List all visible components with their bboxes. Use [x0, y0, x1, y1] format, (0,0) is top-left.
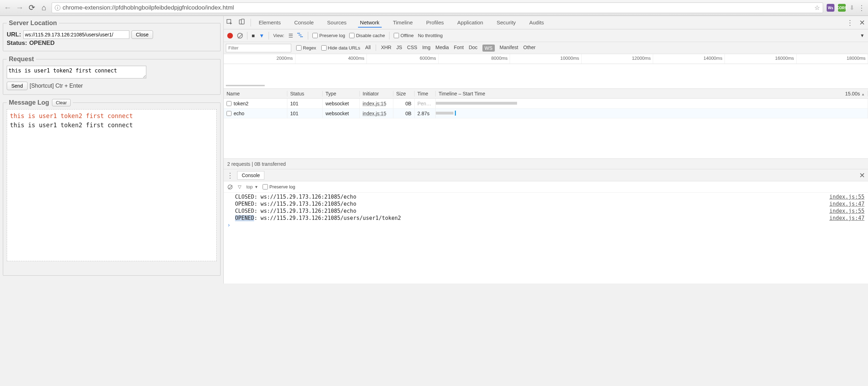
col-status[interactable]: Status — [287, 91, 323, 96]
inspect-element-icon[interactable] — [227, 19, 233, 27]
devtools-tab-sources[interactable]: Sources — [325, 17, 349, 28]
console-source-link[interactable]: index.js:47 — [829, 201, 864, 207]
screenshot-icon[interactable]: ■ — [252, 33, 255, 39]
console-source-link[interactable]: index.js:55 — [829, 194, 864, 200]
row-checkbox[interactable] — [227, 101, 231, 106]
svg-rect-2 — [241, 19, 244, 24]
devtools-tab-audits[interactable]: Audits — [527, 17, 546, 28]
device-toggle-icon[interactable] — [239, 19, 245, 27]
websocket-client-panel: Server Location URL: Close Status: OPENE… — [0, 16, 223, 283]
row-initiator-link[interactable]: index.js:15 — [363, 111, 386, 116]
request-body-input[interactable]: this is user1 token2 first connect — [7, 66, 146, 78]
browser-toolbar: ← → ⟳ ⌂ i chrome-extension://pfdhoblngbo… — [0, 0, 868, 16]
ruler-tick: 2000ms — [224, 54, 295, 64]
downloads-icon[interactable]: ⬇ — [849, 4, 855, 12]
devtools-menu-icon[interactable]: ⋮ — [846, 18, 854, 27]
devtools-tab-security[interactable]: Security — [494, 17, 518, 28]
console-clear-icon[interactable] — [228, 185, 233, 189]
filter-toggle-icon[interactable]: ▼ — [259, 33, 264, 39]
filter-type-manifest[interactable]: Manifest — [500, 45, 518, 52]
filter-type-xhr[interactable]: XHR — [381, 45, 392, 52]
console-preserve-log-checkbox[interactable]: Preserve log — [263, 184, 295, 189]
row-time: Pen… — [415, 99, 436, 108]
ws-url-input[interactable] — [23, 30, 129, 39]
col-initiator[interactable]: Initiator — [360, 91, 393, 96]
timeline-overview[interactable] — [224, 64, 868, 89]
disable-cache-checkbox[interactable]: Disable cache — [349, 33, 385, 38]
console-source-link[interactable]: index.js:55 — [829, 208, 864, 214]
col-size[interactable]: Size — [393, 91, 415, 96]
forward-button[interactable]: → — [16, 3, 24, 12]
ruler-tick: 18000ms — [797, 54, 868, 64]
throttling-caret-icon[interactable]: ▼ — [860, 33, 864, 38]
console-output[interactable]: CLOSED: ws://115.29.173.126:21085/echoin… — [224, 193, 868, 283]
filter-type-all[interactable]: All — [365, 45, 371, 52]
clear-button[interactable] — [237, 33, 243, 39]
filter-type-doc[interactable]: Doc — [469, 45, 477, 52]
ruler-tick: 14000ms — [653, 54, 725, 64]
offline-checkbox[interactable]: Offline — [394, 33, 414, 38]
filter-type-img[interactable]: Img — [422, 45, 430, 52]
col-name[interactable]: Name — [224, 91, 287, 96]
row-type: websocket — [323, 99, 360, 108]
devtools-tab-console[interactable]: Console — [292, 17, 316, 28]
regex-checkbox[interactable]: Regex — [296, 45, 316, 51]
devtools-close-icon[interactable]: ✕ — [859, 18, 865, 27]
address-bar[interactable]: i chrome-extension://pfdhoblngboilpfeibd… — [52, 2, 823, 13]
row-time: 2.87s — [415, 109, 436, 118]
clear-log-button[interactable]: Clear — [52, 99, 71, 106]
svg-rect-3 — [297, 33, 300, 34]
filter-type-ws[interactable]: WS — [482, 45, 495, 52]
row-size: 0B — [393, 109, 415, 118]
devtools-tab-profiles[interactable]: Profiles — [424, 17, 446, 28]
col-type[interactable]: Type — [323, 91, 360, 96]
console-context-select[interactable]: top ▾ — [246, 184, 258, 189]
filter-type-other[interactable]: Other — [523, 45, 536, 52]
back-button[interactable]: ← — [4, 3, 12, 12]
close-button[interactable]: Close — [131, 30, 153, 39]
console-drawer-menu-icon[interactable]: ⋮ — [227, 171, 234, 180]
devtools-tab-elements[interactable]: Elements — [257, 17, 283, 28]
console-tab[interactable]: Console — [237, 171, 264, 180]
row-waterfall — [436, 99, 868, 108]
row-checkbox[interactable] — [227, 111, 231, 116]
table-header[interactable]: Name Status Type Initiator Size Time Tim… — [224, 89, 868, 99]
col-time[interactable]: Time — [415, 91, 436, 96]
hide-dataurls-checkbox[interactable]: Hide data URLs — [321, 45, 360, 51]
filter-type-media[interactable]: Media — [435, 45, 449, 52]
reload-button[interactable]: ⟳ — [28, 3, 36, 12]
devtools-tab-timeline[interactable]: Timeline — [391, 17, 415, 28]
send-button[interactable]: Send — [7, 82, 28, 90]
filter-type-font[interactable]: Font — [454, 45, 464, 52]
view-waterfall-icon[interactable] — [297, 33, 304, 39]
home-button[interactable]: ⌂ — [40, 3, 48, 12]
view-list-icon[interactable]: ☰ — [288, 33, 293, 39]
extension-cors-icon[interactable]: CORS — [838, 4, 846, 12]
row-waterfall — [436, 109, 868, 118]
console-source-link[interactable]: index.js:47 — [829, 215, 864, 221]
bookmark-star-icon[interactable]: ☆ — [814, 4, 820, 12]
ruler-tick: 8000ms — [439, 54, 510, 64]
console-prompt[interactable]: › — [224, 222, 868, 222]
console-line: CLOSED: ws://115.29.173.126:21085/echoin… — [224, 207, 868, 215]
network-summary: 2 requests | 0B transferred — [224, 159, 868, 169]
console-drawer-close-icon[interactable]: ✕ — [859, 171, 865, 180]
network-table: Name Status Type Initiator Size Time Tim… — [224, 89, 868, 159]
filter-type-css[interactable]: CSS — [407, 45, 417, 52]
site-info-icon[interactable]: i — [55, 5, 60, 11]
console-filter-icon[interactable]: ▽ — [238, 184, 241, 189]
row-initiator-link[interactable]: index.js:15 — [363, 101, 386, 106]
devtools-tab-network[interactable]: Network — [358, 17, 382, 28]
preserve-log-checkbox[interactable]: Preserve log — [312, 33, 345, 38]
throttling-select[interactable]: No throttling — [418, 33, 442, 38]
col-timeline[interactable]: Timeline – Start Time 15.00s ▲ — [436, 91, 868, 96]
filter-type-js[interactable]: JS — [396, 45, 402, 52]
browser-menu-icon[interactable]: ⋮ — [858, 4, 864, 12]
filter-input[interactable] — [226, 44, 291, 52]
status-value: OPENED — [29, 40, 55, 47]
table-row[interactable]: echo101websocketindex.js:150B2.87s — [224, 109, 868, 118]
extension-ws-icon[interactable]: Ws — [827, 4, 834, 12]
record-button[interactable] — [227, 33, 233, 39]
table-row[interactable]: token2101websocketindex.js:150BPen… — [224, 99, 868, 109]
devtools-tab-application[interactable]: Application — [455, 17, 485, 28]
